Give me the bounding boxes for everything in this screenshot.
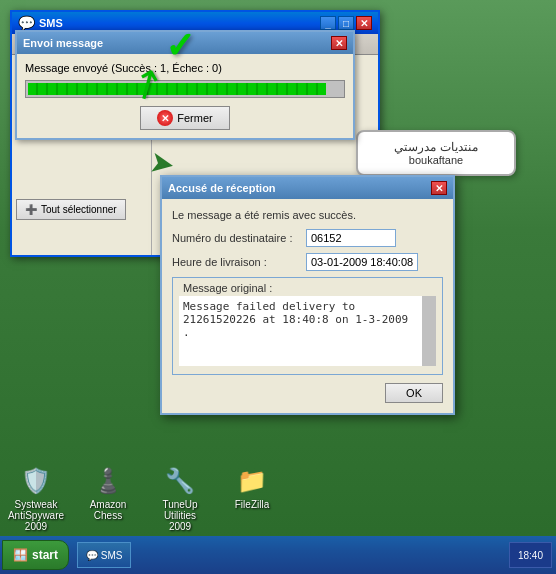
start-button[interactable]: 🪟 start [2,540,69,570]
start-label: start [32,548,58,562]
progress-bar-fill [28,83,326,95]
minimize-button[interactable]: _ [320,16,336,30]
chess-icon: ♟️ [92,465,124,497]
progress-bar-container [25,80,345,98]
close-circle-icon: ✕ [157,110,173,126]
message-original-group: Message original : Message failed delive… [172,277,443,375]
taskbar: 🪟 start 💬 SMS 18:40 [0,536,556,574]
envoi-title: Envoi message [23,37,103,49]
balloon-arabic: منتديات مدرستي [366,140,506,154]
checkmark-icon: ✓ [165,25,195,67]
tuneup-icon: 🔧 [164,465,196,497]
ok-button[interactable]: OK [385,383,443,403]
desktop-icons: 🛡️ SystweakAntiSpyware2009 ♟️ Amazon Che… [4,465,284,532]
tout-sel-label: Tout sélectionner [41,204,117,215]
sms-title: SMS [39,17,63,29]
accuse-close-button[interactable]: ✕ [431,181,447,195]
taskbar-apps: 💬 SMS [77,542,509,568]
accuse-window: Accusé de réception ✕ Le message a été r… [160,175,455,415]
clock: 18:40 [518,550,543,561]
message-original-label: Message original : [183,280,272,294]
message-original-textarea[interactable]: Message failed delivery to 21261520226 a… [179,296,436,366]
sms-titlebar-buttons: _ □ ✕ [320,16,372,30]
tout-selectionner-button[interactable]: ➕ Tout sélectionner [16,199,126,220]
tuneup-label: TuneUp Utilities2009 [148,499,212,532]
accuse-title: Accusé de réception [168,182,276,194]
chess-label: Amazon Chess [76,499,140,521]
desktop-icon-filezilla[interactable]: 📁 FileZilla [220,465,284,532]
accuse-titlebar: Accusé de réception ✕ [162,177,453,199]
desktop-icon-tuneup[interactable]: 🔧 TuneUp Utilities2009 [148,465,212,532]
desktop-icon-antispyware[interactable]: 🛡️ SystweakAntiSpyware2009 [4,465,68,532]
desktop: ✓ ↗ ➤ معطيات عن الأرسال منتديات مدرستي b… [0,0,556,574]
taskbar-tray: 18:40 [509,542,552,568]
desktop-icon-chess[interactable]: ♟️ Amazon Chess [76,465,140,532]
accuse-status: Le message a été remis avec succès. [172,209,443,221]
sms-window-icon: 💬 [18,15,35,31]
filezilla-icon: 📁 [236,465,268,497]
taskbar-sms-item[interactable]: 💬 SMS [77,542,131,568]
accuse-heure-field: Heure de livraison : 03-01-2009 18:40:08 [172,253,443,271]
filezilla-label: FileZilla [235,499,269,510]
accuse-numero-field: Numéro du destinataire : 06152 [172,229,443,247]
start-icon: 🪟 [13,548,28,562]
close-button[interactable]: ✕ [356,16,372,30]
fermer-label: Fermer [177,112,212,124]
antispyware-icon: 🛡️ [20,465,52,497]
fermer-button[interactable]: ✕ Fermer [140,106,229,130]
numero-value: 06152 [306,229,396,247]
balloon-english: boukaftane [366,154,506,166]
heure-value: 03-01-2009 18:40:08 [306,253,418,271]
accuse-content: Le message a été remis avec succès. Numé… [162,199,453,413]
heure-label: Heure de livraison : [172,256,302,268]
antispyware-label: SystweakAntiSpyware2009 [8,499,64,532]
numero-label: Numéro du destinataire : [172,232,302,244]
plus-icon: ➕ [25,204,37,215]
balloon-tooltip: منتديات مدرستي boukaftane [356,130,516,176]
envoi-close-button[interactable]: ✕ [331,36,347,50]
maximize-button[interactable]: □ [338,16,354,30]
